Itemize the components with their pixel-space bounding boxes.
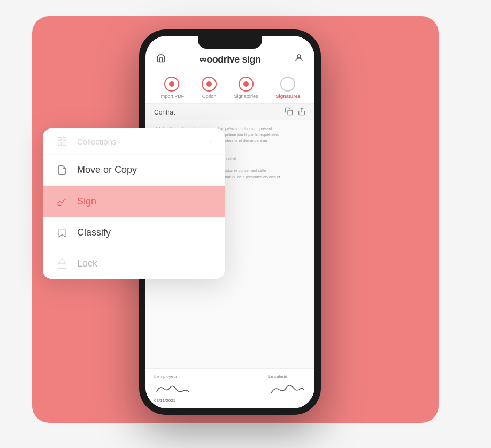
move-copy-icon bbox=[56, 165, 68, 176]
sig-label-employer: L'employeur bbox=[154, 374, 191, 379]
classify-icon bbox=[56, 227, 68, 238]
sig-label-employee: Le salarié bbox=[268, 374, 306, 379]
step-circle-signatories bbox=[239, 77, 254, 92]
sig-block-employer: L'employeur 03/11/2021 bbox=[154, 374, 191, 403]
menu-item-sign[interactable]: Sign bbox=[43, 186, 225, 217]
logo-sign: sign bbox=[242, 54, 260, 65]
svg-rect-1 bbox=[288, 110, 293, 115]
step-circle-signatures bbox=[280, 77, 295, 92]
svg-rect-5 bbox=[58, 142, 62, 146]
doc-action-icon-1[interactable] bbox=[285, 107, 293, 117]
svg-rect-4 bbox=[63, 138, 66, 141]
sig-date-employer: 03/11/2021 bbox=[154, 398, 191, 403]
phone-notch bbox=[198, 36, 262, 49]
tab-option[interactable]: Option bbox=[202, 77, 217, 103]
step-label-signatures: Signatures bbox=[275, 94, 301, 99]
tab-import-pdf[interactable]: Import PDF bbox=[159, 77, 184, 103]
app-logo: ∞oodrive sign bbox=[200, 53, 261, 65]
sign-icon bbox=[56, 195, 68, 207]
doc-actions bbox=[285, 107, 306, 117]
svg-point-0 bbox=[297, 55, 301, 58]
logo-brand: oodrive bbox=[206, 54, 240, 65]
tab-signatories[interactable]: Signatories bbox=[234, 77, 258, 103]
collections-label: Collections bbox=[77, 137, 201, 146]
step-label-option: Option bbox=[202, 94, 217, 99]
svg-rect-6 bbox=[63, 142, 66, 146]
lock-label: Lock bbox=[77, 258, 212, 269]
sig-block-employee: Le salarié bbox=[268, 374, 306, 403]
svg-rect-8 bbox=[58, 263, 66, 268]
step-label-import: Import PDF bbox=[159, 94, 184, 99]
move-copy-label: Move or Copy bbox=[77, 164, 212, 176]
step-tabs: Import PDF Option Signatories Signatures bbox=[145, 72, 314, 104]
doc-title-bar: Contrat bbox=[145, 104, 314, 120]
doc-title: Contrat bbox=[154, 109, 175, 116]
dropdown-menu: Collections › Move or Copy Sign bbox=[43, 128, 225, 279]
page-wrapper: ∞oodrive sign Import PDF bbox=[0, 0, 491, 448]
step-label-signatories: Signatories bbox=[234, 94, 258, 99]
sign-label: Sign bbox=[77, 196, 212, 207]
svg-rect-3 bbox=[58, 138, 62, 141]
menu-item-classify[interactable]: Classify bbox=[43, 217, 225, 248]
collections-icon bbox=[56, 136, 68, 147]
collections-arrow: › bbox=[209, 137, 212, 146]
home-icon[interactable] bbox=[156, 53, 166, 65]
sig-image-employer bbox=[154, 381, 191, 396]
menu-item-collections: Collections › bbox=[43, 128, 225, 155]
menu-item-lock: Lock bbox=[43, 248, 225, 279]
step-circle-option bbox=[202, 77, 217, 92]
infinity-icon: ∞ bbox=[200, 53, 207, 65]
tab-signatures[interactable]: Signatures bbox=[275, 77, 301, 103]
lock-icon bbox=[56, 259, 68, 269]
signature-section: L'employeur 03/11/2021 Le salarié bbox=[145, 368, 314, 408]
user-icon[interactable] bbox=[294, 53, 304, 65]
step-circle-import bbox=[164, 77, 179, 92]
doc-action-icon-2[interactable] bbox=[297, 107, 306, 117]
sig-image-employee bbox=[268, 381, 306, 396]
menu-item-move-or-copy[interactable]: Move or Copy bbox=[43, 155, 225, 186]
classify-label: Classify bbox=[77, 227, 212, 238]
